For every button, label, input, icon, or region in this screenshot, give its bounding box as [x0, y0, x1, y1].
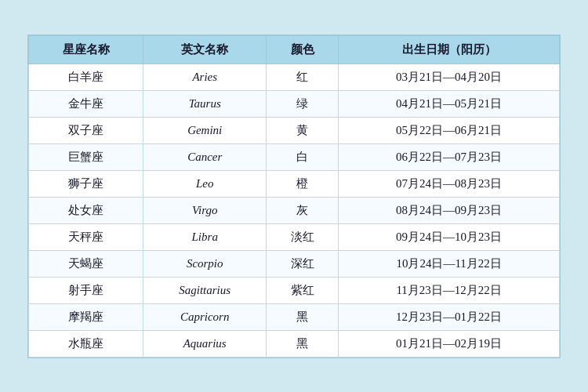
cell-dates: 04月21日—05月21日: [339, 90, 560, 117]
cell-chinese-name: 水瓶座: [29, 330, 143, 357]
table-row: 金牛座Taurus绿04月21日—05月21日: [29, 90, 560, 117]
cell-chinese-name: 狮子座: [29, 170, 143, 197]
cell-dates: 10月24日—11月22日: [339, 250, 560, 277]
table-row: 处女座Virgo灰08月24日—09月23日: [29, 197, 560, 223]
cell-chinese-name: 白羊座: [29, 64, 143, 90]
cell-dates: 05月22日—06月21日: [339, 117, 560, 143]
cell-color: 紫红: [267, 277, 339, 303]
cell-color: 灰: [267, 197, 339, 223]
cell-dates: 01月21日—02月19日: [339, 330, 560, 357]
table-body: 白羊座Aries红03月21日—04月20日金牛座Taurus绿04月21日—0…: [29, 64, 560, 357]
cell-chinese-name: 射手座: [29, 277, 143, 303]
cell-english-name: Libra: [143, 223, 267, 250]
cell-dates: 11月23日—12月22日: [339, 277, 560, 303]
cell-english-name: Aquarius: [143, 330, 267, 357]
header-birth-date: 出生日期（阳历）: [339, 35, 560, 64]
cell-english-name: Virgo: [143, 197, 267, 223]
table-row: 双子座Gemini黄05月22日—06月21日: [29, 117, 560, 143]
table-row: 天蝎座Scorpio深红10月24日—11月22日: [29, 250, 560, 277]
cell-english-name: Gemini: [143, 117, 267, 143]
table-row: 狮子座Leo橙07月24日—08月23日: [29, 170, 560, 197]
cell-color: 黑: [267, 330, 339, 357]
cell-dates: 08月24日—09月23日: [339, 197, 560, 223]
cell-dates: 09月24日—10月23日: [339, 223, 560, 250]
table-row: 射手座Sagittarius紫红11月23日—12月22日: [29, 277, 560, 303]
table-row: 摩羯座Capricorn黑12月23日—01月22日: [29, 303, 560, 330]
cell-chinese-name: 天秤座: [29, 223, 143, 250]
cell-chinese-name: 双子座: [29, 117, 143, 143]
header-chinese-name: 星座名称: [29, 35, 143, 64]
cell-english-name: Sagittarius: [143, 277, 267, 303]
header-english-name: 英文名称: [143, 35, 267, 64]
cell-color: 绿: [267, 90, 339, 117]
cell-english-name: Capricorn: [143, 303, 267, 330]
cell-color: 淡红: [267, 223, 339, 250]
zodiac-table: 星座名称 英文名称 颜色 出生日期（阳历） 白羊座Aries红03月21日—04…: [28, 35, 560, 358]
cell-color: 红: [267, 64, 339, 90]
cell-color: 深红: [267, 250, 339, 277]
cell-chinese-name: 摩羯座: [29, 303, 143, 330]
table-header-row: 星座名称 英文名称 颜色 出生日期（阳历）: [29, 35, 560, 64]
cell-color: 黄: [267, 117, 339, 143]
cell-dates: 03月21日—04月20日: [339, 64, 560, 90]
table-row: 水瓶座Aquarius黑01月21日—02月19日: [29, 330, 560, 357]
cell-dates: 07月24日—08月23日: [339, 170, 560, 197]
zodiac-table-container: 星座名称 英文名称 颜色 出生日期（阳历） 白羊座Aries红03月21日—04…: [27, 34, 561, 358]
cell-chinese-name: 巨蟹座: [29, 143, 143, 170]
cell-chinese-name: 金牛座: [29, 90, 143, 117]
cell-dates: 06月22日—07月23日: [339, 143, 560, 170]
table-row: 巨蟹座Cancer白06月22日—07月23日: [29, 143, 560, 170]
cell-english-name: Leo: [143, 170, 267, 197]
cell-english-name: Taurus: [143, 90, 267, 117]
cell-english-name: Cancer: [143, 143, 267, 170]
cell-english-name: Aries: [143, 64, 267, 90]
cell-english-name: Scorpio: [143, 250, 267, 277]
cell-color: 白: [267, 143, 339, 170]
cell-dates: 12月23日—01月22日: [339, 303, 560, 330]
cell-chinese-name: 处女座: [29, 197, 143, 223]
cell-chinese-name: 天蝎座: [29, 250, 143, 277]
cell-color: 橙: [267, 170, 339, 197]
table-row: 天秤座Libra淡红09月24日—10月23日: [29, 223, 560, 250]
header-color: 颜色: [267, 35, 339, 64]
cell-color: 黑: [267, 303, 339, 330]
table-row: 白羊座Aries红03月21日—04月20日: [29, 64, 560, 90]
